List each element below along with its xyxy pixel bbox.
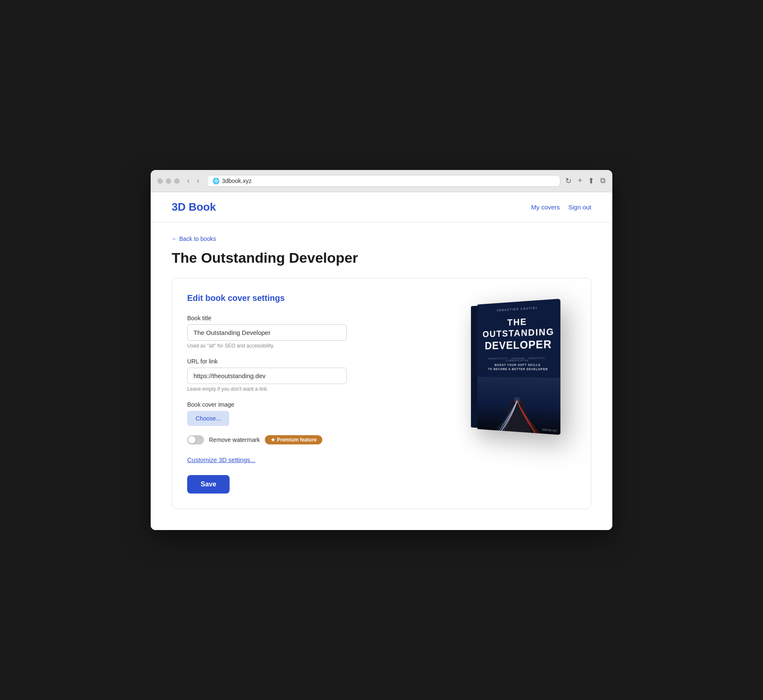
book-title-group: Book title Used as "alt" for SEO and acc… <box>187 315 442 349</box>
back-to-books-link[interactable]: ← Back to books <box>172 235 216 242</box>
site-logo[interactable]: 3D Book <box>172 201 216 214</box>
book-3d-render: Sebastien Castiel The Outstanding Develo… <box>478 299 561 435</box>
traffic-light-maximize[interactable] <box>174 178 180 184</box>
traffic-light-minimize[interactable] <box>166 178 171 184</box>
watermark-label: Remove watermark <box>209 436 260 443</box>
address-bar[interactable]: 🌐 3dbook.xyz <box>207 175 561 187</box>
my-covers-link[interactable]: My covers <box>531 204 560 211</box>
save-button[interactable]: Save <box>187 475 230 494</box>
browser-actions: ↻ + ⬆ ⧉ <box>565 176 606 185</box>
road-trails-svg <box>478 377 561 435</box>
save-button-container: Save <box>187 475 442 494</box>
edit-form: Edit book cover settings Book title Used… <box>187 293 442 494</box>
book-title-label: Book title <box>187 315 442 321</box>
url-group: URL for link Leave empty if you don't wa… <box>187 358 442 392</box>
edit-card: Edit book cover settings Book title Used… <box>172 278 591 509</box>
url-input[interactable] <box>187 368 347 384</box>
book-title-input[interactable] <box>187 324 347 341</box>
book-author-area: Sebastien Castiel <box>483 305 554 313</box>
watermark-toggle[interactable] <box>187 435 204 444</box>
traffic-lights <box>157 178 180 184</box>
reload-icon[interactable]: ↻ <box>565 176 572 185</box>
book-front-cover: Sebastien Castiel The Outstanding Develo… <box>478 299 561 435</box>
edit-card-title: Edit book cover settings <box>187 293 442 303</box>
url-hint: Leave empty if you don't want a link. <box>187 386 442 392</box>
sign-out-link[interactable]: Sign out <box>568 204 591 211</box>
url-label: URL for link <box>187 358 442 365</box>
road-image: 3dbook.xyz <box>478 377 561 435</box>
page-title: The Outstanding Developer <box>172 250 591 266</box>
book-title-hint: Used as "alt" for SEO and accessibility. <box>187 343 442 349</box>
book-cover-title: The Outstanding Developer <box>483 315 554 352</box>
book-title-line1: The Outstanding <box>483 315 554 340</box>
road-background <box>478 377 561 435</box>
browser-chrome: ‹ › 🌐 3dbook.xyz ↻ + ⬆ ⧉ <box>151 170 612 192</box>
header-nav: My covers Sign out <box>531 204 591 211</box>
main-content: ← Back to books The Outstanding Develope… <box>151 222 612 530</box>
choose-file-button[interactable]: Choose... <box>187 411 229 426</box>
book-preview: Sebastien Castiel The Outstanding Develo… <box>458 293 576 494</box>
cover-image-group: Book cover image Choose... <box>187 401 442 426</box>
tabs-icon[interactable]: ⧉ <box>600 176 606 185</box>
back-button[interactable]: ‹ <box>185 176 192 185</box>
browser-window: ‹ › 🌐 3dbook.xyz ↻ + ⬆ ⧉ 3D Book My cove… <box>151 170 612 530</box>
traffic-light-close[interactable] <box>157 178 163 184</box>
cover-image-label: Book cover image <box>187 401 442 408</box>
premium-badge: ★ Premium feature <box>265 435 322 444</box>
book-title-line2: Developer <box>483 337 554 352</box>
site-header: 3D Book My covers Sign out <box>151 192 612 222</box>
share-icon[interactable]: ⬆ <box>588 176 594 185</box>
new-tab-icon[interactable]: + <box>577 176 582 185</box>
globe-icon: 🌐 <box>212 178 219 184</box>
url-display: 3dbook.xyz <box>222 178 252 184</box>
nav-buttons: ‹ › <box>185 176 202 185</box>
book-tagline: Productivity · Learning · Creativity · C… <box>483 358 554 372</box>
book-author: Sebastien Castiel <box>483 305 554 313</box>
book-tagline-categories: Productivity · Learning · Creativity · C… <box>483 358 554 362</box>
forward-button[interactable]: › <box>194 176 201 185</box>
book-tagline-subtitle: Boost your soft skillsto become a better… <box>483 363 554 371</box>
book-cover-content: Sebastien Castiel The Outstanding Develo… <box>478 299 561 378</box>
customize-3d-link[interactable]: Customize 3D settings... <box>187 456 256 463</box>
toggle-thumb <box>188 436 196 444</box>
watermark-row: Remove watermark ★ Premium feature <box>187 435 442 444</box>
page-content: 3D Book My covers Sign out ← Back to boo… <box>151 192 612 530</box>
book-spine <box>471 306 477 428</box>
